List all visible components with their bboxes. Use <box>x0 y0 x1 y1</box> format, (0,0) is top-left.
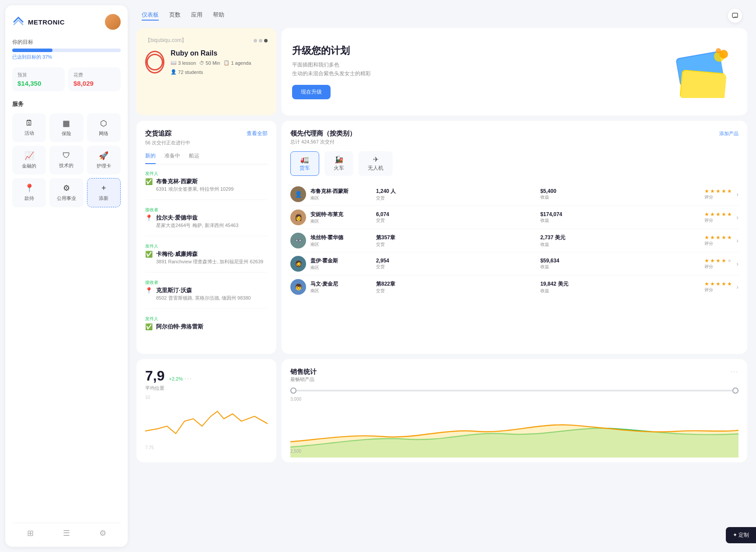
dealer-name-4: 马文·麦金尼 <box>310 280 372 288</box>
dealer-avatar-4: 👦 <box>290 279 306 295</box>
cat-label-无人机: 无人机 <box>368 164 383 172</box>
tracking-card: 交货追踪 查看全部 56 次交付正在进行中 新的准备中船运 发件人 ✅ 布鲁克林… <box>136 121 276 354</box>
dealer-arrow-3[interactable]: › <box>736 260 739 267</box>
service-item-network[interactable]: ⬡网络 <box>87 113 121 142</box>
service-item-reception[interactable]: 📍款待 <box>12 178 46 207</box>
dot-2 <box>259 39 262 42</box>
tracking-icon-4: ✅ <box>145 323 153 330</box>
avg-label: 平均位置 <box>145 385 268 391</box>
budget-value: $14,350 <box>17 80 59 87</box>
budget-card: 预算 $14,350 <box>12 67 65 91</box>
dealer-money-0: $5,400 收益 <box>540 188 700 200</box>
dealer-rating-2: ★★★★★ 评分 <box>704 234 732 247</box>
course-meta: 📖3 lesson ⏱50 Min 📋1 agenda 👤72 students <box>171 60 268 75</box>
progress-text: 已达到目标的 37% <box>12 54 121 60</box>
dealer-stat-0: 1,240 人 交货 <box>376 188 536 201</box>
nav-link-应用[interactable]: 应用 <box>191 11 202 21</box>
dealer-arrow-4[interactable]: › <box>736 283 739 290</box>
chart-area <box>145 402 268 445</box>
tracking-item-1: 接收者 📍 拉尔夫·爱德华兹 星家大道2464号 梅萨, 新泽西州 45463 <box>145 207 268 236</box>
settings-icon[interactable]: ⚙ <box>99 528 106 538</box>
document-icon[interactable]: ☰ <box>63 528 70 538</box>
tracking-tab-准备中[interactable]: 准备中 <box>164 152 180 164</box>
dealer-name-3: 盖伊·霍金斯 <box>310 257 372 265</box>
tracking-title: 交货追踪 <box>145 129 171 138</box>
tracking-address-2: 3891 Ranchview 理查森博士, 加利福尼亚州 62639 <box>156 259 263 265</box>
layers-icon[interactable]: ⊞ <box>27 528 34 538</box>
nav-link-仪表板[interactable]: 仪表板 <box>142 11 159 21</box>
agenda-meta: 📋1 agenda <box>223 60 251 66</box>
tracking-name-1: 拉尔夫·爱德华兹 <box>156 214 238 222</box>
avg-change: +2.2% <box>169 376 183 381</box>
dealer-stat-1: 6,074 交货 <box>376 211 536 224</box>
service-item-insurance[interactable]: ▦保险 <box>49 113 83 142</box>
dealer-row-3: 🧔 盖伊·霍金斯 南区 2,954 交货 $59,634 收益 ★★★★★ 评分… <box>290 252 739 276</box>
dealer-rows: 👤 布鲁克林·西蒙斯 南区 1,240 人 交货 $5,400 收益 ★★★★★… <box>290 183 739 298</box>
dealer-name-0: 布鲁克林·西蒙斯 <box>310 188 372 195</box>
customize-button[interactable]: ✦ 定制 <box>726 527 756 543</box>
tracking-name-4: 阿尔伯特·弗洛雷斯 <box>156 323 203 331</box>
sales-menu[interactable]: ··· <box>731 368 739 375</box>
tracking-address-0: 6391 埃尔全签赛果, 特拉华州 10299 <box>156 186 233 192</box>
slider-handle-left[interactable] <box>290 388 296 394</box>
dealer-arrow-0[interactable]: › <box>736 191 739 198</box>
avatar[interactable] <box>105 14 121 30</box>
tracking-item-2: 发件人 ✅ 卡梅伦·威廉姆森 3891 Ranchview 理查森博士, 加利福… <box>145 243 268 273</box>
dealer-arrow-1[interactable]: › <box>736 214 739 221</box>
dealer-rating-4: ★★★★★ 评分 <box>704 281 732 293</box>
dealer-avatar-0: 👤 <box>290 186 306 202</box>
category-tab-火车[interactable]: 🚂火车 <box>324 151 353 176</box>
svg-point-7 <box>716 48 721 53</box>
duration-meta: ⏱50 Min <box>199 60 220 66</box>
dealer-row-1: 👩 安妮特·布莱克 南区 6,074 交货 $174,074 收益 ★★★★★ … <box>290 206 739 229</box>
dot-3 <box>264 39 268 42</box>
chart-axis-y: 3,000 <box>290 397 739 402</box>
chat-icon[interactable] <box>728 9 742 23</box>
nav-link-帮助[interactable]: 帮助 <box>213 11 224 21</box>
service-item-nursing[interactable]: 🚀护理卡 <box>87 146 121 175</box>
service-item-tech[interactable]: 🛡技术的 <box>49 146 83 175</box>
nav-right <box>728 9 742 23</box>
dealer-stat-4: 第822章 交货 <box>376 280 536 294</box>
expense-label: 花费 <box>73 72 115 78</box>
dealer-stat-2: 第357章 交货 <box>376 234 536 248</box>
main-content: 仪表板页数应用帮助 【biqubiqu.com】 <box>133 0 756 552</box>
service-item-activities[interactable]: 🗓活动 <box>12 113 46 142</box>
upgrade-desc: 平面插图和我们多色 生动的未混合紫色头发女士的精彩 <box>292 61 371 77</box>
course-title: Ruby on Rails <box>171 49 268 57</box>
cat-icon-火车: 🚂 <box>334 155 343 164</box>
tracking-tab-新的[interactable]: 新的 <box>145 152 156 164</box>
dot-1 <box>254 39 257 42</box>
expense-card: 花费 $8,029 <box>68 67 121 91</box>
view-all-link[interactable]: 查看全部 <box>247 130 268 137</box>
avg-value: 7,9 <box>145 368 164 384</box>
tracking-row-1: 📍 拉尔夫·爱德华兹 星家大道2464号 梅萨, 新泽西州 45463 <box>145 214 268 229</box>
service-item-public[interactable]: ⚙公用事业 <box>49 178 83 207</box>
tracking-name-3: 克里斯汀·沃森 <box>156 286 251 294</box>
dealer-info-3: 盖伊·霍金斯 南区 <box>310 257 372 271</box>
upgrade-button[interactable]: 现在升级 <box>292 85 331 99</box>
category-tabs: 🚛货车🚂火车✈无人机 <box>290 151 739 176</box>
dealer-info-4: 马文·麦金尼 南区 <box>310 280 372 294</box>
service-item-finance[interactable]: 📈金融的 <box>12 146 46 175</box>
tracking-tab-船运[interactable]: 船运 <box>189 152 199 164</box>
nav-link-页数[interactable]: 页数 <box>169 11 181 21</box>
service-icon-insurance: ▦ <box>63 119 70 128</box>
row-3: 7,9 +2.2% ··· 平均位置 10 7.75 销售统计 <box>136 359 747 462</box>
course-dots <box>254 39 268 42</box>
dealer-money-1: $174,074 收益 <box>540 211 700 224</box>
category-tab-无人机[interactable]: ✈无人机 <box>359 151 393 176</box>
dealer-arrow-2[interactable]: › <box>736 237 739 244</box>
add-product-button[interactable]: 添加产品 <box>719 130 739 137</box>
content-area: 【biqubiqu.com】 Ruby on Rails 📖3 les <box>133 28 751 462</box>
category-tab-货车[interactable]: 🚛货车 <box>290 151 319 176</box>
upgrade-text: 升级您的计划 平面插图和我们多色 生动的未混合紫色头发女士的精彩 现在升级 <box>292 44 371 99</box>
dealer-stat-3: 2,954 交货 <box>376 258 536 270</box>
avg-menu[interactable]: ··· <box>185 375 192 382</box>
service-icon-activities: 🗓 <box>25 119 33 128</box>
service-label-nursing: 护理卡 <box>97 163 111 169</box>
service-item-add[interactable]: +添新 <box>87 178 121 207</box>
service-label-add: 添新 <box>99 195 108 202</box>
cat-label-火车: 火车 <box>334 164 344 172</box>
slider-handle-right[interactable] <box>732 388 739 394</box>
